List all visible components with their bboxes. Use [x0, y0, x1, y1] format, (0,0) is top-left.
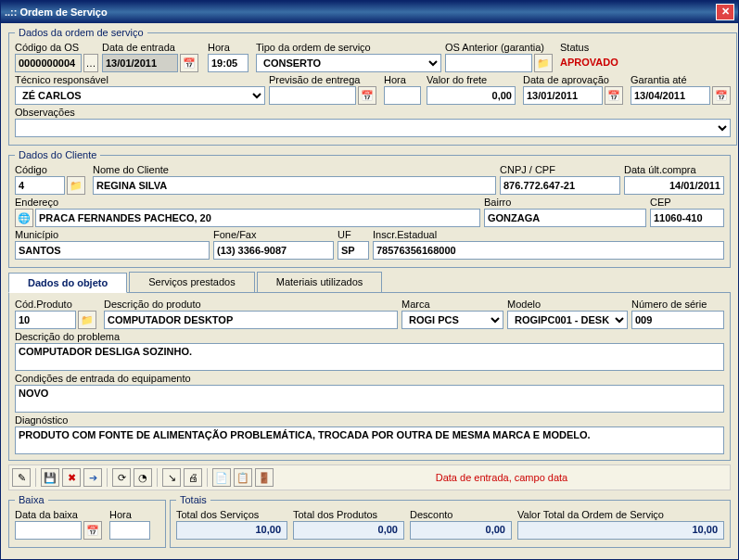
folder-icon[interactable]: 📁 — [78, 311, 96, 329]
calendar-icon[interactable]: 📅 — [712, 86, 731, 105]
total-prod-value: 0,00 — [293, 521, 404, 540]
total-desc-value: 0,00 — [410, 521, 512, 540]
tab-body: Cód.Produto 📁 Descrição do produto Marca… — [8, 293, 731, 461]
cli-uf-input[interactable] — [338, 241, 369, 260]
calendar-icon[interactable]: 📅 — [358, 86, 376, 105]
cli-inscr-input[interactable] — [373, 241, 724, 260]
cli-bairro-input[interactable] — [484, 209, 646, 227]
cli-nome-input[interactable] — [93, 176, 496, 195]
cond-label: Condições de entrada do equipamento — [15, 373, 724, 384]
data-aprov-input[interactable] — [523, 86, 603, 105]
tecnico-select[interactable]: ZÉ CARLOS — [15, 86, 265, 105]
cli-nome-label: Nome do Cliente — [93, 164, 496, 175]
cond-textarea[interactable]: NOVO — [15, 385, 724, 413]
previsao-label: Previsão de entrega — [269, 74, 380, 85]
baixa-legend: Baixa — [15, 494, 48, 505]
window-title: ..:: Ordem de Serviço — [5, 6, 716, 18]
folder-icon[interactable]: 📁 — [67, 176, 85, 195]
total-total-label: Valor Total da Ordem de Serviço — [517, 509, 724, 520]
prod-serie-input[interactable] — [631, 311, 724, 329]
prod-desc-label: Descrição do produto — [104, 299, 398, 310]
codigo-os-label: Código da OS — [15, 42, 98, 53]
close-button[interactable]: ✕ — [716, 4, 734, 20]
cli-fone-label: Fone/Fax — [213, 229, 334, 240]
status-label: Status — [560, 42, 731, 53]
print-button[interactable]: 🖨 — [184, 468, 202, 487]
codigo-os-lookup-button[interactable]: … — [83, 54, 98, 72]
titlebar: ..:: Ordem de Serviço ✕ — [1, 1, 738, 23]
import-button[interactable]: ↘ — [162, 468, 181, 487]
tab-servicos[interactable]: Serviços prestados — [129, 272, 255, 292]
codigo-os-input — [15, 54, 82, 72]
garantia-input[interactable] — [631, 86, 710, 105]
prod-modelo-select[interactable]: ROGIPC001 - DESK — [507, 311, 628, 329]
edit-button[interactable]: ✎ — [12, 468, 31, 487]
frete-input[interactable] — [427, 86, 516, 105]
service-order-group: Dados da ordem de serviço Código da OS …… — [8, 27, 737, 146]
data-entrada-input[interactable] — [102, 54, 178, 72]
calendar-icon[interactable]: 📅 — [180, 54, 198, 72]
cli-cnpj-input[interactable] — [500, 176, 620, 195]
cli-municipio-input[interactable] — [15, 241, 210, 260]
os-anterior-input[interactable] — [445, 54, 532, 72]
cli-data-compra-label: Data últ.compra — [624, 164, 724, 175]
cli-cep-input[interactable] — [650, 209, 724, 227]
prod-marca-label: Marca — [401, 299, 503, 310]
service-order-window: ..:: Ordem de Serviço ✕ Dados da ordem d… — [0, 0, 739, 560]
cli-cnpj-label: CNPJ / CPF — [500, 164, 620, 175]
cli-data-compra-input[interactable] — [624, 176, 724, 195]
cli-bairro-label: Bairro — [484, 197, 646, 208]
os-anterior-label: OS Anterior (garantia) — [445, 42, 556, 53]
data-entrada-label: Data de entrada — [102, 42, 204, 53]
cli-endereco-input[interactable] — [35, 209, 480, 227]
cli-uf-label: UF — [338, 229, 369, 240]
cli-inscr-label: Inscr.Estadual — [373, 229, 724, 240]
service-order-legend: Dados da ordem de serviço — [15, 27, 147, 38]
totais-legend: Totais — [176, 494, 210, 505]
obs-label: Observações — [15, 107, 731, 118]
baixa-data-input[interactable] — [15, 521, 82, 540]
tecnico-label: Técnico responsável — [15, 74, 265, 85]
next-button[interactable]: ➔ — [83, 468, 102, 487]
tipo-os-label: Tipo da ordem de serviço — [256, 42, 441, 53]
baixa-group: Baixa Data da baixa 📅 Hora — [8, 494, 166, 548]
baixa-data-label: Data da baixa — [15, 509, 106, 520]
exit-button[interactable]: 🚪 — [255, 468, 274, 487]
cli-codigo-input[interactable] — [15, 176, 65, 195]
baixa-hora-label: Hora — [109, 509, 154, 520]
frete-label: Valor do frete — [427, 74, 519, 85]
save-button[interactable]: 💾 — [41, 468, 59, 487]
obs-select[interactable] — [15, 119, 731, 137]
cancel-button[interactable]: ✖ — [62, 468, 81, 487]
prod-marca-select[interactable]: ROGI PCS — [401, 311, 503, 329]
problema-textarea[interactable]: COMPUTADOR DESLIGA SOZINHO. — [15, 343, 724, 371]
new-button[interactable]: 📄 — [212, 468, 231, 487]
hora2-input[interactable] — [384, 86, 421, 105]
diag-textarea[interactable]: PRODUTO COM FONTE DE ALIMENTAÇÃO PROBLEM… — [15, 426, 724, 454]
status-value: APROVADO — [560, 54, 731, 68]
tipo-os-select[interactable]: CONSERTO — [256, 54, 441, 72]
total-total-value: 10,00 — [517, 521, 724, 540]
hora-input[interactable] — [208, 54, 248, 72]
baixa-hora-input[interactable] — [109, 521, 150, 540]
folder-icon[interactable]: 📁 — [534, 54, 553, 72]
map-icon[interactable]: 🌐 — [15, 209, 33, 227]
hora-label: Hora — [208, 42, 252, 53]
tab-dados-objeto[interactable]: Dados do objeto — [8, 273, 127, 293]
cli-municipio-label: Município — [15, 229, 210, 240]
problema-label: Descrição do problema — [15, 331, 724, 342]
hora2-label: Hora — [384, 74, 423, 85]
calendar-icon[interactable]: 📅 — [605, 86, 623, 105]
cliente-group: Dados do Cliente Código 📁 Nome do Client… — [8, 149, 731, 268]
clock-button[interactable]: ◔ — [134, 468, 152, 487]
prod-desc-input[interactable] — [104, 311, 398, 329]
calendar-icon[interactable]: 📅 — [83, 521, 102, 540]
refresh-button[interactable]: ⟳ — [112, 468, 131, 487]
previsao-input[interactable] — [269, 86, 356, 105]
copy-button[interactable]: 📋 — [234, 468, 252, 487]
tab-materiais[interactable]: Materiais utilizados — [257, 272, 383, 292]
prod-cod-input[interactable] — [15, 311, 76, 329]
cli-fone-input[interactable] — [213, 241, 334, 260]
total-desc-label: Desconto — [410, 509, 512, 520]
data-aprov-label: Data de aprovação — [523, 74, 627, 85]
